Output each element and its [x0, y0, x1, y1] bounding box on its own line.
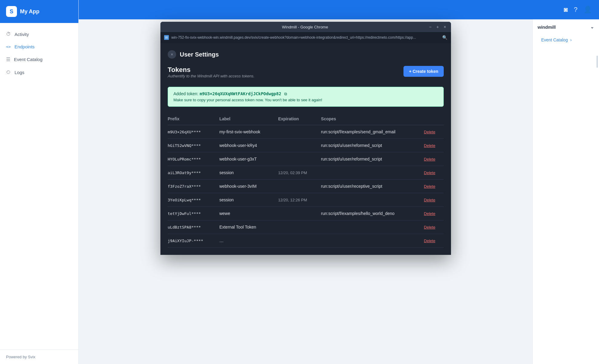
right-panel-event-catalog[interactable]: Event Catalog › [538, 34, 594, 45]
sidebar-item-endpoints[interactable]: <> Endpoints [0, 41, 78, 53]
tokens-header: Tokens Authentify to the Windmill API wi… [168, 66, 444, 84]
token-delete-6[interactable]: Delete [424, 207, 444, 220]
modal-content: × User Settings Tokens Authentify to the… [160, 43, 451, 255]
modal-close-button[interactable]: × [168, 50, 176, 59]
token-delete-2[interactable]: Delete [424, 152, 444, 166]
token-table: Prefix Label Expiration Scopes m9U3×26qX… [168, 114, 444, 248]
table-row: HYOLuPRomc**** webhook-user-g3xT run:scr… [168, 152, 444, 166]
table-row: aiL3ROat9y**** session 12/20, 02:39 PM D… [168, 166, 444, 180]
token-scopes-0: run:script/f/examples/send_gmail_email [321, 125, 424, 139]
token-label-4: webhook-user-3vIM [219, 180, 278, 193]
token-expiration-5: 12/20, 12:26 PM [278, 193, 321, 207]
token-banner-warning: Make sure to copy your personal access t… [173, 98, 438, 102]
sidebar-item-event-catalog-label: Event Catalog [14, 57, 42, 62]
sidebar-item-endpoints-label: Endpoints [15, 44, 35, 49]
token-expiration-0 [278, 125, 321, 139]
token-label-5: session [219, 193, 278, 207]
browser-controls: − + × [428, 24, 447, 29]
token-expiration-6 [278, 207, 321, 220]
sidebar-logo: S My App [0, 0, 78, 23]
token-expiration-2 [278, 152, 321, 166]
table-row: hGiT52wVNQ**** webhook-user-kRy4 run:scr… [168, 139, 444, 152]
delete-button-0[interactable]: Delete [424, 130, 436, 134]
browser-title: Windmill - Google Chrome [182, 25, 428, 29]
chevron-right-icon: › [570, 37, 572, 42]
token-label-1: webhook-user-kRy4 [219, 139, 278, 152]
moon-icon[interactable]: ◙ [564, 6, 568, 14]
delete-button-7[interactable]: Delete [424, 225, 436, 229]
col-prefix: Prefix [168, 114, 219, 125]
token-added-banner: Added token: m9U3×26qXUXqNWtFAKrdjJCkPOd… [168, 87, 444, 107]
modal-title: User Settings [180, 51, 219, 58]
browser-close-btn[interactable]: × [443, 24, 447, 29]
token-prefix-2: HYOLuPRomc**** [168, 152, 219, 166]
token-expiration-4 [278, 180, 321, 193]
right-panel-event-catalog-label: Event Catalog [541, 37, 568, 42]
token-scopes-7 [321, 220, 424, 234]
browser-addressbar: W win-752-fix-svix-webhook-win.windmill.… [160, 32, 451, 43]
browser-window: Windmill - Google Chrome − + × W win-752… [160, 22, 451, 255]
scrollbar[interactable] [597, 56, 598, 68]
delete-button-5[interactable]: Delete [424, 198, 436, 202]
token-label-0: my-first-svix-webhook [219, 125, 278, 139]
col-expiration: Expiration [278, 114, 321, 125]
token-label-6: wewe [219, 207, 278, 220]
copy-token-button[interactable]: ⧉ [284, 92, 287, 96]
token-label-7: External Tool Token [219, 220, 278, 234]
delete-button-6[interactable]: Delete [424, 211, 436, 216]
token-expiration-8 [278, 234, 321, 248]
browser-minimize-btn[interactable]: − [428, 24, 433, 29]
create-token-button[interactable]: + Create token [403, 66, 444, 77]
browser-titlebar: Windmill - Google Chrome − + × [160, 22, 451, 32]
token-delete-5[interactable]: Delete [424, 193, 444, 207]
endpoints-icon: <> [6, 44, 11, 49]
table-row: f3FzoZ7raX**** webhook-user-3vIM run:scr… [168, 180, 444, 193]
token-banner-value: m9U3×26qXUXqNWtFAKrdjJCkPOdwgp82 [199, 91, 281, 96]
token-delete-1[interactable]: Delete [424, 139, 444, 152]
token-delete-0[interactable]: Delete [424, 125, 444, 139]
token-delete-3[interactable]: Delete [424, 166, 444, 180]
sidebar-item-activity-label: Activity [15, 32, 29, 37]
token-prefix-0: m9U3×26qXU**** [168, 125, 219, 139]
user-icon[interactable]: 👤 [584, 6, 592, 14]
table-row: uLdBztSPA8**** External Tool Token Delet… [168, 220, 444, 234]
col-scopes: Scopes [321, 114, 424, 125]
app-logo-icon: S [6, 6, 17, 17]
chevron-down-icon[interactable]: ⌄ [590, 24, 594, 30]
token-scopes-3 [321, 166, 424, 180]
token-delete-8[interactable]: Delete [424, 234, 444, 248]
table-row: 3YeOiKpLwq**** session 12/20, 12:26 PM D… [168, 193, 444, 207]
delete-button-4[interactable]: Delete [424, 184, 436, 189]
sidebar-nav: ⏱ Activity <> Endpoints ☰ Event Catalog … [0, 23, 78, 349]
delete-button-1[interactable]: Delete [424, 143, 436, 148]
right-panel: windmill ⌄ Event Catalog › [532, 19, 599, 364]
browser-maximize-btn[interactable]: + [435, 24, 440, 29]
sidebar-item-logs-label: Logs [15, 70, 25, 75]
token-prefix-4: f3FzoZ7raX**** [168, 180, 219, 193]
logs-icon: ⏲ [6, 70, 11, 75]
token-prefix-5: 3YeOiKpLwq**** [168, 193, 219, 207]
browser-url[interactable]: win-752-fix-svix-webhook-win.windmill.pa… [171, 35, 440, 40]
delete-button-2[interactable]: Delete [424, 157, 436, 161]
token-scopes-6: run:script/f/examples/hello_world_deno [321, 207, 424, 220]
sidebar-item-event-catalog[interactable]: ☰ Event Catalog [0, 53, 78, 66]
token-label-2: webhook-user-g3xT [219, 152, 278, 166]
token-delete-7[interactable]: Delete [424, 220, 444, 234]
token-scopes-4: run:script/u/user/receptive_script [321, 180, 424, 193]
token-scopes-1: run:script/u/user/reformed_script [321, 139, 424, 152]
help-icon[interactable]: ? [574, 6, 578, 14]
sidebar-item-logs[interactable]: ⏲ Logs [0, 66, 78, 79]
token-prefix-8: j9AiXYIuJP-**** [168, 234, 219, 248]
tokens-subtitle: Authentify to the Windmill API with acce… [168, 74, 255, 78]
token-delete-4[interactable]: Delete [424, 180, 444, 193]
table-row: m9U3×26qXU**** my-first-svix-webhook run… [168, 125, 444, 139]
sidebar-item-activity[interactable]: ⏱ Activity [0, 28, 78, 41]
token-prefix-1: hGiT52wVNQ**** [168, 139, 219, 152]
col-action [424, 114, 444, 125]
delete-button-3[interactable]: Delete [424, 171, 436, 175]
token-prefix-7: uLdBztSPA8**** [168, 220, 219, 234]
table-row: j9AiXYIuJP-**** … Delete [168, 234, 444, 248]
delete-button-8[interactable]: Delete [424, 239, 436, 243]
token-prefix-6: tetYjDwFul**** [168, 207, 219, 220]
activity-icon: ⏱ [6, 31, 11, 37]
